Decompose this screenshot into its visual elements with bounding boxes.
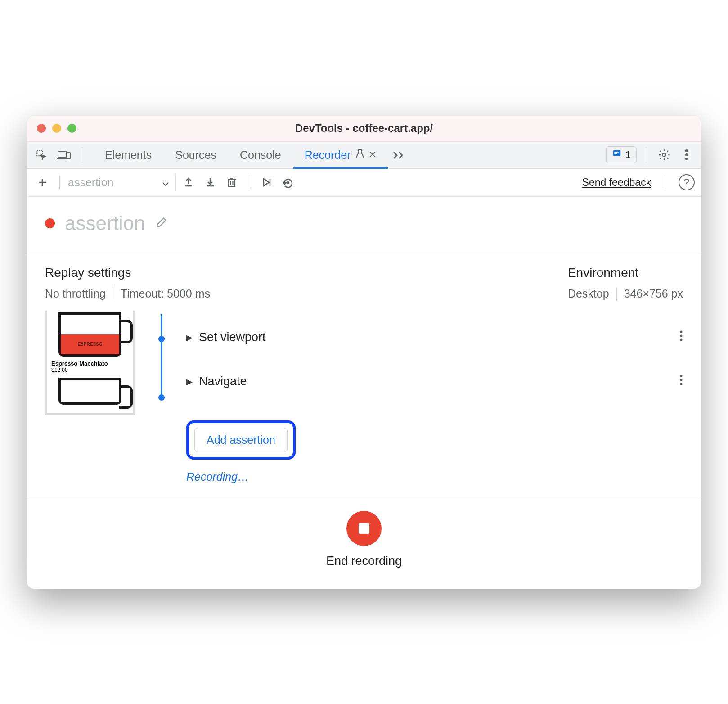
window-close-button[interactable] (37, 124, 46, 133)
add-assertion-highlight: Add assertion (186, 420, 296, 460)
svg-point-29 (680, 335, 683, 337)
more-options-icon[interactable] (678, 146, 696, 164)
svg-point-12 (685, 153, 688, 156)
svg-point-32 (680, 379, 683, 381)
divider (82, 147, 82, 162)
svg-marker-25 (264, 179, 269, 186)
device-value: Desktop (568, 287, 609, 300)
divider (646, 147, 646, 162)
timeline (150, 311, 173, 483)
more-tabs-button[interactable] (388, 142, 411, 168)
disclosure-triangle-icon[interactable]: ▶ (186, 333, 193, 343)
recording-indicator-icon (45, 218, 55, 228)
svg-point-30 (680, 339, 683, 341)
divider (113, 287, 113, 301)
recording-select[interactable]: assertion (68, 174, 176, 191)
export-icon[interactable] (180, 173, 198, 191)
recording-status: Recording… (186, 470, 683, 483)
footer: End recording (27, 497, 701, 589)
tab-elements[interactable]: Elements (93, 142, 163, 168)
performance-replay-icon[interactable] (279, 173, 297, 191)
issues-count: 1 (625, 149, 631, 161)
send-feedback-link[interactable]: Send feedback (582, 176, 651, 189)
recording-select-value: assertion (68, 176, 113, 189)
svg-rect-8 (614, 152, 618, 153)
tab-label: Recorder (305, 149, 351, 162)
environment-heading: Environment (568, 266, 683, 280)
end-recording-label: End recording (326, 554, 402, 568)
tab-recorder[interactable]: Recorder (293, 142, 388, 168)
import-icon[interactable] (201, 173, 219, 191)
svg-point-11 (685, 149, 688, 152)
throttling-value[interactable]: No throttling (45, 287, 106, 300)
svg-point-31 (680, 375, 683, 377)
close-panel-icon[interactable] (369, 150, 376, 160)
recording-header: assertion (27, 197, 701, 253)
panel-tabs: Elements Sources Console Recorder (93, 142, 411, 168)
new-recording-button[interactable] (33, 173, 51, 191)
step-row[interactable]: ▶ Navigate (186, 364, 683, 400)
cup-fill-label: ESPRESSO (77, 342, 102, 347)
divider (665, 176, 665, 189)
svg-rect-20 (229, 180, 235, 187)
svg-point-33 (680, 383, 683, 385)
tab-label: Sources (175, 149, 216, 162)
delete-icon[interactable] (223, 173, 241, 191)
help-icon[interactable]: ? (679, 174, 695, 190)
steps-area: ESPRESSO Espresso Macchiato $12.00 ▶ Set… (27, 311, 701, 497)
issues-icon (612, 149, 622, 161)
divider (616, 287, 617, 301)
window-minimize-button[interactable] (52, 124, 61, 133)
svg-point-13 (685, 158, 688, 160)
traffic-lights (37, 124, 76, 133)
step-menu-icon[interactable] (679, 330, 683, 345)
divider (249, 176, 249, 189)
svg-rect-3 (67, 153, 70, 159)
chevron-down-icon (162, 176, 169, 189)
issues-badge[interactable]: 1 (606, 146, 637, 163)
recorder-toolbar: assertion Send feedback ? (27, 169, 701, 197)
add-assertion-button[interactable]: Add assertion (194, 428, 288, 452)
steps-list: ▶ Set viewport ▶ Navigate Add assertio (173, 311, 683, 483)
svg-point-10 (662, 153, 665, 156)
settings-row: Replay settings No throttling Timeout: 5… (27, 253, 701, 311)
timeout-value[interactable]: Timeout: 5000 ms (121, 287, 210, 300)
product-name: Espresso Macchiato (51, 360, 129, 367)
step-label: Navigate (199, 375, 247, 388)
tab-label: Elements (105, 149, 152, 162)
tab-label: Console (240, 149, 281, 162)
stop-icon (359, 523, 369, 534)
devtools-window: DevTools - coffee-cart.app/ Elements (27, 115, 701, 589)
viewport-value: 346×756 px (624, 287, 683, 300)
svg-rect-1 (58, 151, 66, 157)
replay-icon[interactable] (257, 173, 275, 191)
devtools-tabbar: Elements Sources Console Recorder (27, 142, 701, 169)
svg-rect-7 (613, 150, 621, 156)
recording-title: assertion (65, 212, 145, 235)
window-title: DevTools - coffee-cart.app/ (27, 122, 701, 135)
step-menu-icon[interactable] (679, 374, 683, 389)
tab-console[interactable]: Console (228, 142, 293, 168)
step-row[interactable]: ▶ Set viewport (186, 320, 683, 356)
svg-point-27 (287, 181, 289, 183)
tab-sources[interactable]: Sources (163, 142, 228, 168)
settings-icon[interactable] (655, 146, 673, 164)
window-zoom-button[interactable] (67, 124, 76, 133)
titlebar: DevTools - coffee-cart.app/ (27, 116, 701, 142)
replay-settings-heading: Replay settings (45, 266, 210, 280)
end-recording-button[interactable] (346, 511, 382, 546)
inspect-element-icon[interactable] (32, 146, 50, 164)
divider (59, 176, 60, 189)
device-toolbar-icon[interactable] (55, 146, 73, 164)
experiment-icon (355, 149, 364, 162)
step-label: Set viewport (199, 330, 266, 344)
svg-point-28 (680, 331, 683, 333)
screenshot-preview: ESPRESSO Espresso Macchiato $12.00 (45, 311, 135, 415)
edit-title-icon[interactable] (155, 216, 168, 230)
disclosure-triangle-icon[interactable]: ▶ (186, 377, 193, 387)
svg-rect-9 (614, 153, 617, 154)
product-price: $12.00 (51, 367, 129, 373)
